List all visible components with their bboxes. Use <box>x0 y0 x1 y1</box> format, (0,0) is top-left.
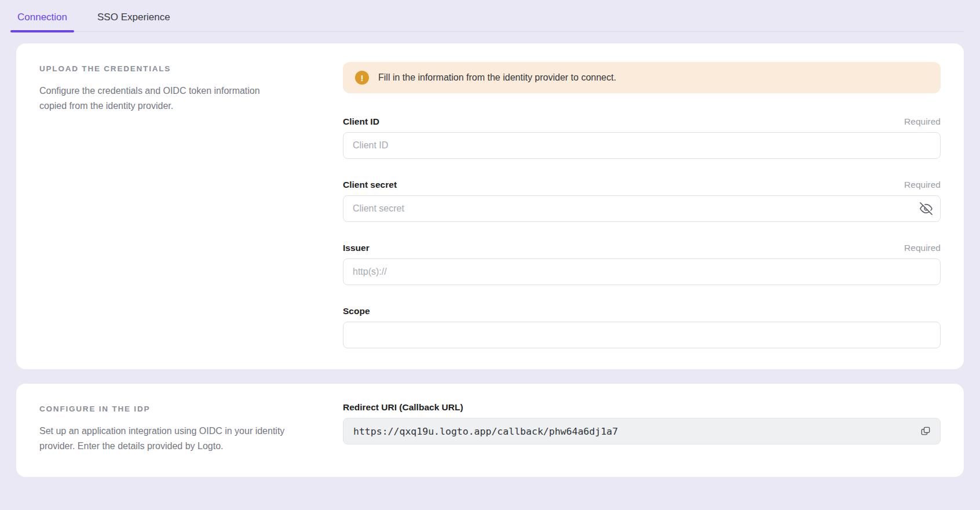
credentials-section-heading: UPLOAD THE CREDENTIALS <box>39 64 302 73</box>
copy-icon <box>920 425 931 437</box>
issuer-input[interactable] <box>343 258 941 285</box>
toggle-secret-visibility-button[interactable] <box>916 198 937 219</box>
credentials-card: UPLOAD THE CREDENTIALS Configure the cre… <box>16 43 964 369</box>
idp-section-heading: CONFIGURE IN THE IDP <box>39 405 302 413</box>
redirect-uri-value: https://qxq19u.logto.app/callback/phw64a… <box>353 426 915 437</box>
issuer-label-row: Issuer Required <box>343 243 941 253</box>
info-alert: ! Fill in the information from the ident… <box>343 62 941 93</box>
idp-card: CONFIGURE IN THE IDP Set up an applicati… <box>16 384 964 477</box>
issuer-label: Issuer <box>343 243 370 253</box>
client-secret-label-row: Client secret Required <box>343 180 941 190</box>
client-secret-input[interactable] <box>343 195 941 222</box>
redirect-uri-readonly-field: https://qxq19u.logto.app/callback/phw64a… <box>343 418 941 445</box>
credentials-form: ! Fill in the information from the ident… <box>343 62 941 348</box>
credentials-section-description: Configure the credentials and OIDC token… <box>39 83 278 114</box>
idp-card-intro: CONFIGURE IN THE IDP Set up an applicati… <box>39 402 343 454</box>
tab-connection[interactable]: Connection <box>16 0 68 31</box>
issuer-field-group: Issuer Required <box>343 243 941 285</box>
tab-connection-label: Connection <box>17 12 67 23</box>
client-secret-label: Client secret <box>343 180 397 190</box>
scope-field-group: Scope <box>343 306 941 348</box>
active-tab-indicator <box>10 30 74 32</box>
client-secret-required-tag: Required <box>904 180 941 190</box>
client-id-label: Client ID <box>343 116 379 127</box>
tab-sso-experience[interactable]: SSO Experience <box>96 0 171 31</box>
client-id-label-row: Client ID Required <box>343 116 941 127</box>
idp-section-description: Set up an application integration using … <box>39 424 301 454</box>
issuer-required-tag: Required <box>904 243 941 253</box>
redirect-uri-label-row: Redirect URI (Callback URL) <box>343 402 941 413</box>
scope-label-row: Scope <box>343 306 941 316</box>
eye-off-icon <box>920 202 933 215</box>
info-alert-text: Fill in the information from the identit… <box>378 72 616 83</box>
redirect-uri-label: Redirect URI (Callback URL) <box>343 402 463 413</box>
idp-form: Redirect URI (Callback URL) https://qxq1… <box>343 402 941 454</box>
scope-input[interactable] <box>343 322 941 348</box>
credentials-card-intro: UPLOAD THE CREDENTIALS Configure the cre… <box>39 62 343 348</box>
copy-redirect-uri-button[interactable] <box>915 421 936 442</box>
scope-label: Scope <box>343 306 370 316</box>
tab-sso-experience-label: SSO Experience <box>97 12 170 23</box>
tab-bar: Connection SSO Experience <box>16 0 964 32</box>
client-secret-field-group: Client secret Required <box>343 180 941 222</box>
client-id-input[interactable] <box>343 132 941 159</box>
warning-icon: ! <box>355 71 369 85</box>
redirect-uri-field-group: Redirect URI (Callback URL) https://qxq1… <box>343 402 941 445</box>
client-id-field-group: Client ID Required <box>343 116 941 159</box>
client-secret-input-wrap <box>343 195 941 222</box>
client-id-required-tag: Required <box>904 116 941 127</box>
